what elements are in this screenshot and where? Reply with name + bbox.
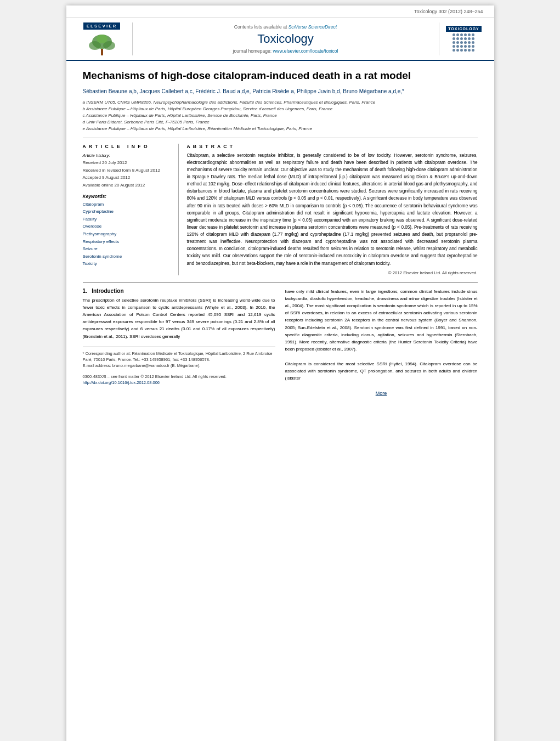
tox-dots-grid (452, 33, 475, 52)
more-link[interactable]: More (376, 391, 387, 396)
tox-badge-label: TOXICOLOGY (446, 26, 482, 32)
affiliation-c: c Assistance Publique – Hôpitaux de Pari… (83, 112, 478, 119)
intro-body-col1: The prescription of selective serotonin … (83, 297, 275, 340)
received-date: Received 20 July 2012 (83, 160, 127, 165)
article-info-heading: A R T I C L E I N F O (83, 144, 172, 149)
svg-rect-3 (101, 49, 103, 55)
divider-2 (83, 282, 478, 282)
article-history: Article history: Received 20 July 2012 R… (83, 152, 172, 189)
authors-line: Sébastien Beaune a,b, Jacques Callebert … (83, 87, 478, 96)
journal-ref: Toxicology 302 (2012) 248–254 (414, 9, 483, 14)
affiliation-e: e Assistance Publique – Hôpitaux de Pari… (83, 126, 478, 132)
affiliations: a INSERM U705, CNRS UMR8206, Neuropsycho… (83, 99, 478, 132)
masthead: ELSEVIER Contents lists available at Sci… (66, 18, 494, 61)
homepage-link[interactable]: www.elsevier.com/locate/toxicol (273, 48, 338, 54)
article-info-col: A R T I C L E I N F O Article history: R… (83, 144, 179, 275)
bottom-notes: 0300-483X/$ – see front matter © 2012 El… (83, 374, 275, 386)
body-col-left: 1. Introduction The prescription of sele… (83, 288, 275, 397)
footnote-section: * Corresponding author at: Réanimation M… (83, 347, 275, 369)
copyright-line: © 2012 Elsevier Ireland Ltd. All rights … (187, 270, 478, 275)
abstract-heading: A B S T R A C T (187, 144, 478, 149)
keyword-7: Serotonin syndrome (83, 253, 172, 261)
available-date: Available online 20 August 2012 (83, 183, 145, 188)
affiliation-a: a INSERM U705, CNRS UMR8206, Neuropsycho… (83, 99, 478, 106)
bottom-note-2[interactable]: http://dx.doi.org/10.1016/j.tox.2012.08.… (83, 380, 275, 386)
journal-header-band: Toxicology 302 (2012) 248–254 (66, 5, 494, 18)
more-container: More (285, 387, 478, 397)
keyword-0: Citalopram (83, 201, 172, 208)
svg-point-4 (97, 35, 108, 43)
footnote-email: E-mail address: bruno-megarbane@wanadoo.… (83, 363, 275, 369)
homepage-line: journal homepage: www.elsevier.com/locat… (233, 48, 338, 54)
abstract-text: Citalopram, a selective serotonin reupta… (187, 152, 478, 267)
sciverse-link[interactable]: SciVerse ScienceDirect (289, 24, 337, 30)
article-page: Toxicology 302 (2012) 248–254 ELSEVIER (66, 5, 494, 741)
masthead-center: Contents lists available at SciVerse Sci… (132, 22, 439, 55)
affiliation-b: b Assistance Publique – Hôpitaux de Pari… (83, 106, 478, 112)
keyword-5: Respiratory effects (83, 238, 172, 246)
intro-title: 1. Introduction (83, 288, 275, 294)
article-content: Mechanisms of high-dose citalopram-induc… (66, 61, 494, 405)
keyword-8: Toxicity (83, 260, 172, 268)
toxicology-badge: TOXICOLOGY (445, 22, 483, 55)
bottom-note-1: 0300-483X/$ – see front matter © 2012 El… (83, 374, 275, 380)
keywords-section: Keywords: Citalopram Cyproheptadine Fata… (83, 194, 172, 268)
elsevier-wordmark: ELSEVIER (83, 22, 121, 30)
divider-1 (83, 138, 478, 138)
elsevier-logo: ELSEVIER (77, 22, 127, 55)
info-abstract-section: A R T I C L E I N F O Article history: R… (83, 144, 478, 275)
body-col-right: have only mild clinical features, even i… (285, 288, 478, 397)
accepted-date: Accepted 9 August 2012 (83, 175, 131, 180)
revised-date: Received in revised form 8 August 2012 (83, 168, 160, 173)
journal-title: Toxicology (257, 32, 314, 46)
keyword-6: Seizure (83, 245, 172, 253)
intro-body-col2: have only mild clinical features, even i… (285, 288, 478, 382)
body-section: 1. Introduction The prescription of sele… (83, 288, 478, 397)
keyword-4: Plethysmography (83, 230, 172, 238)
keyword-3: Overdose (83, 223, 172, 230)
footnote-corresponding: * Corresponding author at: Réanimation M… (83, 350, 275, 363)
article-title: Mechanisms of high-dose citalopram-induc… (83, 69, 478, 83)
abstract-col: A B S T R A C T Citalopram, a selective … (187, 144, 478, 275)
sciverse-line: Contents lists available at SciVerse Sci… (234, 24, 337, 30)
history-label: Article history: (83, 153, 110, 158)
affiliation-d: d Univ Paris Diderot, Sorbonne Paris Cit… (83, 119, 478, 126)
keyword-2: Fatality (83, 216, 172, 223)
keywords-title: Keywords: (83, 194, 172, 199)
keyword-1: Cyproheptadine (83, 208, 172, 216)
